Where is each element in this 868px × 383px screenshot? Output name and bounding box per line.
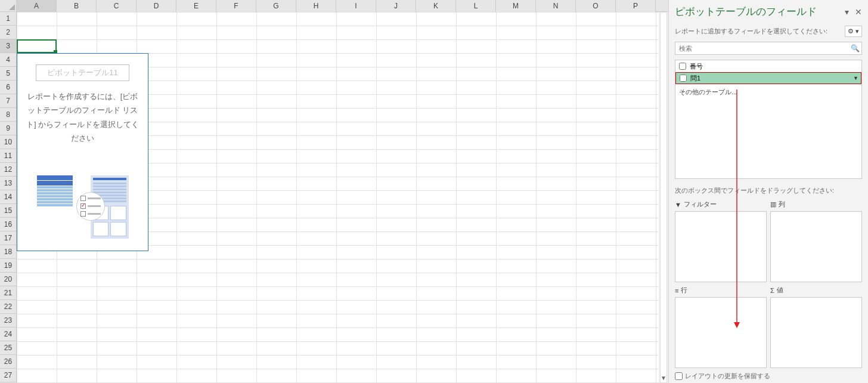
field-item[interactable]: 問1▼ [675, 72, 861, 84]
column-header[interactable]: K [416, 0, 456, 12]
row-header[interactable]: 14 [0, 190, 16, 204]
close-icon[interactable]: ✕ [855, 7, 862, 17]
search-icon[interactable]: 🔍 [848, 42, 861, 54]
pivot-title: ピボットテーブル11 [36, 64, 129, 81]
row-header[interactable]: 26 [0, 355, 16, 369]
row-header[interactable]: 4 [0, 53, 16, 67]
column-header[interactable]: O [576, 0, 616, 12]
column-headers: ABCDEFGHIJKLMNOP [0, 0, 668, 12]
row-header[interactable]: 25 [0, 341, 16, 355]
row-header[interactable]: 6 [0, 81, 16, 94]
row-header[interactable]: 11 [0, 149, 16, 163]
pivot-placeholder[interactable]: ピボットテーブル11 レポートを作成するには、[ピボットテーブルのフィールド リ… [17, 53, 148, 251]
column-header[interactable]: E [176, 0, 216, 12]
defer-layout-label: レイアウトの更新を保留する [685, 372, 770, 381]
field-checkbox[interactable] [679, 63, 686, 70]
row-header[interactable]: 22 [0, 300, 16, 314]
filter-icon: ▼ [675, 201, 681, 208]
field-item[interactable]: 番号 [675, 60, 861, 72]
search-input[interactable] [675, 42, 848, 54]
columns-icon: ▥ [770, 200, 776, 208]
row-header[interactable]: 15 [0, 204, 16, 218]
column-header[interactable]: B [57, 0, 97, 12]
gear-icon[interactable]: ⚙ ▾ [845, 26, 862, 37]
field-label: 番号 [690, 62, 703, 71]
pivot-fields-panel: ピボットテーブルのフィールド ▾ ✕ レポートに追加するフィールドを選択してくだ… [668, 0, 868, 383]
row-header[interactable]: 12 [0, 163, 16, 177]
row-headers: 1234567891011121314151617181920212223242… [0, 12, 17, 383]
defer-layout-checkbox[interactable] [675, 372, 683, 380]
row-header[interactable]: 7 [0, 94, 16, 108]
column-header[interactable]: G [256, 0, 296, 12]
cells-area[interactable]: ピボットテーブル11 レポートを作成するには、[ピボットテーブルのフィールド リ… [17, 12, 668, 383]
column-header[interactable]: L [456, 0, 496, 12]
column-header[interactable]: N [536, 0, 576, 12]
columns-zone[interactable]: ▥列 [770, 200, 862, 282]
row-header[interactable]: 21 [0, 286, 16, 300]
field-label: 問1 [690, 74, 700, 83]
row-header[interactable]: 1 [0, 12, 16, 26]
filter-zone[interactable]: ▼フィルター [675, 200, 767, 282]
column-header[interactable]: J [376, 0, 416, 12]
vertical-scrollbar[interactable]: ▼ [659, 12, 668, 383]
field-list[interactable]: 番号問1▼ その他のテーブル... [675, 60, 862, 179]
row-header[interactable]: 3 [0, 39, 16, 53]
drag-instruction: 次のボックス間でフィールドをドラッグしてください: [675, 186, 862, 195]
panel-options-icon[interactable]: ▾ [845, 7, 849, 17]
row-header[interactable]: 8 [0, 108, 16, 122]
panel-subtitle: レポートに追加するフィールドを選択してください: [675, 27, 827, 36]
active-cell[interactable] [17, 39, 57, 53]
search-box[interactable]: 🔍 [675, 42, 862, 55]
values-zone[interactable]: Σ値 [770, 286, 862, 368]
column-header[interactable]: C [97, 0, 137, 12]
more-tables-link[interactable]: その他のテーブル... [675, 84, 861, 100]
chevron-down-icon[interactable]: ▼ [853, 75, 858, 81]
row-header[interactable]: 24 [0, 328, 16, 341]
column-header[interactable]: M [496, 0, 536, 12]
panel-title: ピボットテーブルのフィールド [675, 5, 817, 18]
column-header[interactable]: H [296, 0, 336, 12]
row-header[interactable]: 10 [0, 135, 16, 149]
row-header[interactable]: 20 [0, 273, 16, 286]
select-all-corner[interactable] [0, 0, 17, 12]
row-header[interactable]: 19 [0, 259, 16, 273]
field-checkbox[interactable] [680, 75, 687, 82]
column-header[interactable]: A [17, 0, 57, 12]
row-header[interactable]: 27 [0, 369, 16, 382]
column-header[interactable]: D [137, 0, 176, 12]
row-header[interactable]: 17 [0, 231, 16, 245]
row-header[interactable]: 9 [0, 122, 16, 135]
pivot-illustration [22, 175, 143, 239]
row-header[interactable]: 16 [0, 218, 16, 231]
row-header[interactable]: 2 [0, 26, 16, 39]
row-header[interactable]: 23 [0, 314, 16, 328]
column-header[interactable]: I [336, 0, 376, 12]
rows-zone[interactable]: ≡行 [675, 286, 767, 368]
row-header[interactable]: 18 [0, 245, 16, 259]
column-header[interactable]: F [216, 0, 256, 12]
rows-icon: ≡ [675, 287, 678, 294]
row-header[interactable]: 13 [0, 177, 16, 190]
row-header[interactable]: 5 [0, 67, 16, 81]
spreadsheet-grid[interactable]: ABCDEFGHIJKLMNOP 12345678910111213141516… [0, 0, 668, 383]
pivot-message: レポートを作成するには、[ピボットテーブルのフィールド リスト] からフィールド… [22, 89, 143, 146]
column-header[interactable]: P [616, 0, 656, 12]
sigma-icon: Σ [770, 287, 774, 294]
